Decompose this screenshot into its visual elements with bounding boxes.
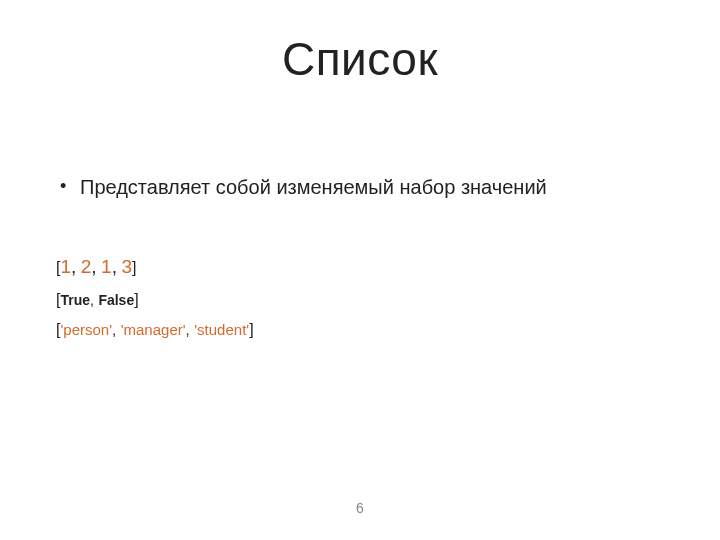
comma: , — [112, 321, 116, 338]
bullet-list: Представляет собой изменяемый набор знач… — [56, 176, 664, 199]
number-literal: 3 — [121, 256, 132, 277]
comma: , — [112, 256, 117, 277]
string-literal: 'person' — [60, 321, 112, 338]
comma: , — [186, 321, 190, 338]
close-bracket: ] — [132, 259, 136, 276]
slide-body: Представляет собой изменяемый набор знач… — [0, 176, 720, 346]
comma: , — [71, 256, 76, 277]
comma: , — [90, 292, 94, 308]
keyword-false: False — [98, 292, 134, 308]
code-example-numbers: [1, 2, 1, 3] — [56, 249, 664, 285]
number-literal: 1 — [101, 256, 112, 277]
code-example-booleans: [True, False] — [56, 285, 664, 315]
string-literal: 'student' — [194, 321, 249, 338]
number-literal: 2 — [81, 256, 92, 277]
number-literal: 1 — [60, 256, 71, 277]
code-example-strings: ['person', 'manager', 'student'] — [56, 315, 664, 345]
close-bracket: ] — [134, 291, 138, 308]
keyword-true: True — [60, 292, 90, 308]
page-number: 6 — [0, 500, 720, 516]
page-title: Список — [0, 32, 720, 86]
comma: , — [91, 256, 96, 277]
string-literal: 'manager' — [121, 321, 186, 338]
close-bracket: ] — [249, 321, 253, 338]
bullet-item: Представляет собой изменяемый набор знач… — [56, 176, 664, 199]
